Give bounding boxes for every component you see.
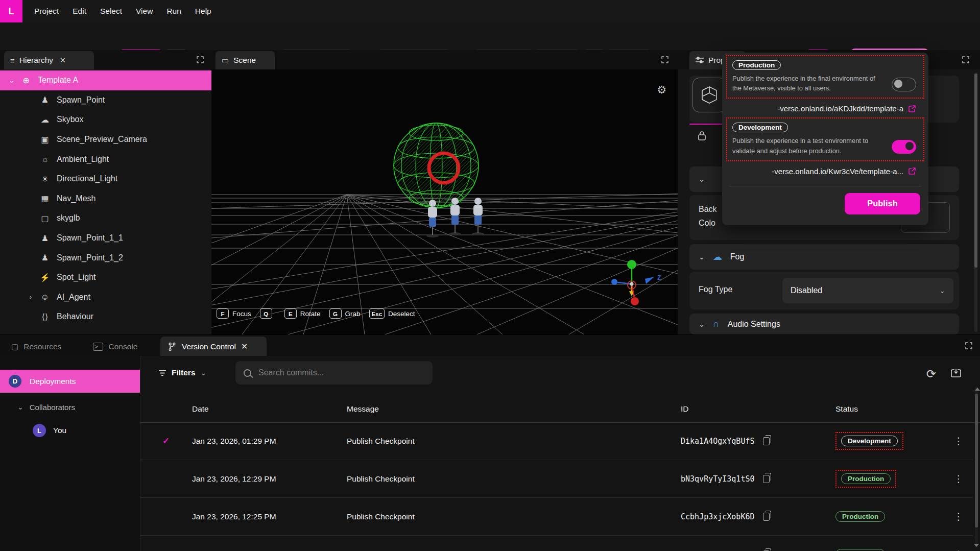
expand-chevron-icon[interactable]: › — [24, 293, 37, 301]
shortcut-hint-bar: F Focus Q E Rotate G G — [217, 308, 419, 319]
tab-hierarchy[interactable]: ≡ Hierarchy ✕ — [4, 51, 94, 69]
hierarchy-item[interactable]: › ☺ AI_Agent — [0, 288, 211, 307]
status-badge-wrap: Development — [835, 432, 903, 450]
keycap-label: Grab — [345, 310, 361, 318]
menu-item[interactable]: View — [136, 7, 153, 16]
scene-render: Z — [211, 69, 678, 334]
hierarchy-item[interactable]: ☀ Directional_Light — [0, 169, 211, 189]
tab-console[interactable]: >_ Console — [86, 337, 145, 356]
hierarchy-item[interactable]: ♟ Spawn_Point_1_2 — [0, 248, 211, 268]
wireframe-sphere — [394, 123, 479, 208]
hierarchy-panel: ≡ Hierarchy ✕ ⌄ ⊕ Template A ♟ Spawn_ — [0, 50, 212, 334]
row-menu-kebab-icon[interactable]: ⋮ — [944, 473, 973, 485]
hierarchy-item[interactable]: ▣ Scene_Preview_Camera — [0, 130, 211, 150]
keycap-label: Rotate — [300, 310, 321, 318]
menu-item[interactable]: Run — [166, 7, 181, 16]
hierarchy-item[interactable]: ♟ Spawn_Point_1_1 — [0, 228, 211, 248]
sidebar-item-collaborators[interactable]: ⌄ Collaborators — [0, 398, 140, 416]
tab-version-control[interactable]: Version Control ✕ — [160, 337, 267, 356]
filter-icon — [158, 370, 166, 376]
expand-chevron-icon[interactable]: ⌄ — [5, 77, 18, 84]
commit-row[interactable]: ✓ Jan 23, 2026, 01:29 PM Publish Checkpo… — [140, 422, 973, 460]
commit-row[interactable]: Jan 23, 2026, 12:29 PM Publish Checkpoin… — [140, 460, 973, 498]
object-name: Spawn_Point_1_2 — [57, 253, 123, 262]
deployment-settings-icon[interactable] — [950, 368, 962, 378]
external-link-icon[interactable] — [908, 167, 916, 175]
tab-scene[interactable]: ▭ Scene — [216, 51, 275, 69]
row-menu-kebab-icon[interactable]: ⋮ — [944, 511, 973, 522]
status-cell: Development — [835, 432, 944, 450]
hierarchy-item[interactable]: ☁ Skybox — [0, 110, 211, 130]
fog-type-select[interactable]: Disabled ⌄ — [782, 278, 953, 303]
version-control-panel: D Deployments ⌄ Collaborators L You Filt… — [0, 356, 980, 551]
row-menu-kebab-icon[interactable]: ⋮ — [944, 548, 973, 551]
refresh-icon[interactable]: ⟳ — [926, 367, 936, 381]
production-toggle[interactable] — [892, 78, 916, 91]
scrollbar-track[interactable] — [975, 387, 978, 548]
scroll-up-arrow-icon[interactable] — [975, 388, 980, 391]
filters-label: Filters — [172, 368, 196, 377]
lock-icon[interactable] — [698, 131, 706, 141]
expand-icon[interactable] — [661, 56, 669, 64]
menu-item[interactable]: Select — [100, 7, 122, 16]
hierarchy-item[interactable]: ♟ Spawn_Point — [0, 90, 211, 110]
chevron-down-icon: ⌄ — [201, 369, 207, 376]
hierarchy-item[interactable]: ⟨⟩ Behaviour — [0, 307, 211, 327]
commit-id: bN3qvRyTyI3q1tS0 — [681, 474, 755, 484]
production-section: Production Publish the experience in the… — [726, 55, 924, 99]
hierarchy-item[interactable]: ☼ Ambient_Light — [0, 149, 211, 169]
development-link[interactable]: -verse.onland.io/Kwr3cVe/template-a... — [772, 167, 903, 176]
toolbar: ↺ ↻ ⌄ Wo — [0, 22, 980, 51]
search-input[interactable] — [257, 368, 413, 378]
sidebar-item-you[interactable]: L You — [0, 420, 140, 441]
commit-message: Publish Checkpoint — [347, 512, 681, 521]
viewport-canvas[interactable]: Z ⚙ F Focus Q E — [211, 69, 678, 334]
viewport-settings-gear-icon[interactable]: ⚙ — [657, 84, 666, 96]
menu-item[interactable]: Help — [195, 7, 211, 16]
fog-section-header[interactable]: ⌄ ☁ Fog — [689, 244, 959, 270]
close-icon[interactable]: ✕ — [241, 342, 248, 351]
production-link[interactable]: -verse.onland.io/aKDJkdd/template-a — [777, 104, 903, 113]
scrollbar-track[interactable] — [974, 73, 977, 332]
hierarchy-item[interactable]: ▦ Nav_Mesh — [0, 189, 211, 209]
menu-item[interactable]: Edit — [73, 7, 86, 16]
tab-resources[interactable]: ▢ Resources — [4, 337, 68, 356]
scrollbar-thumb[interactable] — [975, 394, 978, 528]
hierarchy-item[interactable]: ⚡ Spot_Light — [0, 268, 211, 288]
search-commits-box[interactable] — [235, 361, 433, 385]
filters-button[interactable]: Filters ⌄ — [158, 368, 206, 377]
expand-icon[interactable] — [196, 56, 204, 64]
copy-icon[interactable] — [763, 437, 770, 445]
sidebar-item-deployments[interactable]: D Deployments — [0, 370, 140, 393]
menu-item[interactable]: Project — [34, 7, 59, 16]
object-type-box[interactable] — [692, 78, 726, 112]
scroll-down-arrow-icon[interactable] — [974, 544, 979, 547]
external-link-icon[interactable] — [908, 105, 916, 113]
scrollbar-thumb[interactable] — [974, 74, 977, 268]
copy-icon[interactable] — [763, 513, 770, 521]
commit-id-cell: Dika1A4OgxYqBUfS — [681, 437, 835, 446]
commits-toolbar: Filters ⌄ ⟳ — [140, 356, 980, 392]
audio-settings-section-header[interactable]: ⌄ ∩ Audio Settings — [689, 314, 959, 334]
hierarchy-item[interactable]: ▢ skyglb — [0, 208, 211, 228]
object-type-icon: ♟ — [37, 233, 53, 243]
object-type-icon: ☺ — [37, 293, 53, 302]
commit-row[interactable]: Jan 22, 2026, 12:57 PM Publish Checkpoin… — [140, 536, 973, 551]
keycap: F — [217, 308, 229, 319]
object-name: Spot_Light — [57, 273, 96, 282]
keycap: G — [329, 308, 342, 319]
status-badge: Production — [835, 549, 885, 551]
development-link-row: -verse.onland.io/Kwr3cVe/template-a... — [722, 161, 928, 178]
tab-label: Version Control — [182, 342, 236, 351]
development-toggle[interactable] — [892, 140, 916, 154]
publish-button[interactable]: Publish — [845, 193, 920, 214]
expand-icon[interactable] — [965, 342, 973, 350]
close-icon[interactable]: ✕ — [60, 56, 66, 64]
expand-icon[interactable] — [962, 56, 970, 64]
hierarchy-item[interactable]: ⌄ ⊕ Template A — [0, 70, 211, 90]
commit-row[interactable]: Jan 23, 2026, 12:25 PM Publish Checkpoin… — [140, 498, 973, 536]
tab-label: Console — [108, 342, 137, 351]
app-logo[interactable]: L — [0, 0, 22, 22]
row-menu-kebab-icon[interactable]: ⋮ — [944, 435, 973, 447]
copy-icon[interactable] — [763, 475, 770, 483]
